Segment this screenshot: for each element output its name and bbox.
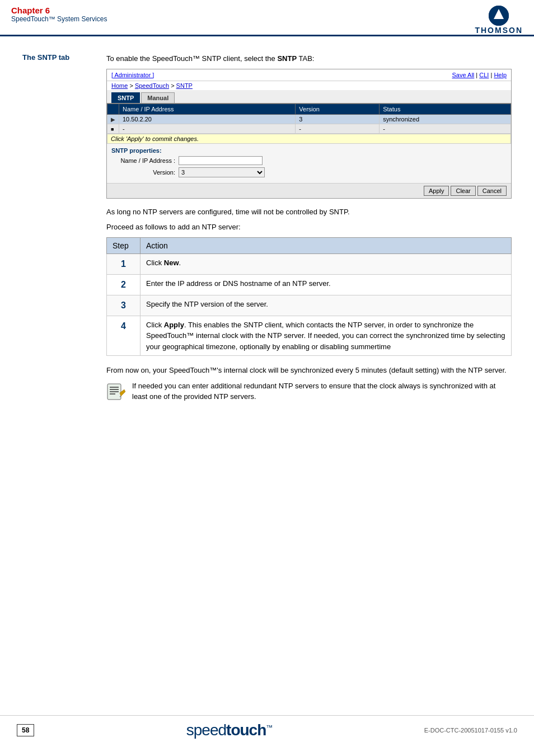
click-note: Click 'Apply' to commit changes. bbox=[107, 134, 511, 144]
header-right: THOMSON bbox=[475, 6, 523, 35]
sntp-table: Name / IP Address Version Status ▶ 10.50… bbox=[107, 104, 511, 134]
table-row: ■ - - - bbox=[107, 124, 511, 133]
save-all-link[interactable]: Save All bbox=[452, 72, 475, 78]
brand-name: THOMSON bbox=[475, 26, 523, 35]
admin-link[interactable]: [ Administrator ] bbox=[111, 72, 154, 78]
sntp-section-label: The SNTP tab bbox=[22, 53, 69, 62]
clear-button[interactable]: Clear bbox=[451, 186, 475, 196]
ui-tabs: SNTP Manual bbox=[107, 90, 511, 104]
steps-col-action: Action bbox=[140, 237, 512, 253]
chapter-subtitle: SpeedTouch™ System Services bbox=[11, 15, 107, 23]
chapter-title: Chapter 6 bbox=[11, 6, 107, 15]
properties-section: SNTP properties: Name / IP Address : Ver… bbox=[107, 144, 511, 183]
header-left: Chapter 6 SpeedTouch™ System Services bbox=[11, 6, 107, 23]
admin-link-area: [ Administrator ] bbox=[111, 72, 154, 78]
row-version: - bbox=[296, 124, 380, 133]
section-description: To enable the SpeedTouch™ SNTP client, s… bbox=[106, 53, 512, 64]
logo-speed: speed bbox=[186, 721, 226, 739]
step-action: Click Apply. This enables the SNTP clien… bbox=[140, 316, 512, 356]
tab-sntp[interactable]: SNTP bbox=[111, 92, 140, 103]
col-select bbox=[107, 104, 119, 114]
action-links: Save All | CLI | Help bbox=[452, 72, 507, 78]
breadcrumb-home[interactable]: Home bbox=[111, 82, 128, 89]
ui-buttons: Apply Clear Cancel bbox=[107, 183, 511, 198]
table-row: 2 Enter the IP address or DNS hostname o… bbox=[107, 274, 512, 295]
row-arrow: ▶ bbox=[107, 114, 119, 124]
step-num: 2 bbox=[107, 274, 140, 295]
col-name: Name / IP Address bbox=[119, 104, 296, 114]
col-version: Version bbox=[296, 104, 380, 114]
prop-name-label: Name / IP Address : bbox=[111, 157, 179, 164]
pencil-icon bbox=[106, 382, 127, 402]
table-row: 4 Click Apply. This enables the SNTP cli… bbox=[107, 316, 512, 356]
breadcrumb-sntp[interactable]: SNTP bbox=[176, 82, 193, 89]
desc-text: To enable the SpeedTouch™ SNTP client, s… bbox=[106, 54, 277, 63]
header: Chapter 6 SpeedTouch™ System Services TH… bbox=[0, 0, 534, 36]
note-box: If needed you can enter additional redun… bbox=[106, 381, 512, 402]
thomson-icon bbox=[489, 6, 509, 26]
tab-manual[interactable]: Manual bbox=[141, 92, 175, 103]
sntp-section: The SNTP tab To enable the SpeedTouch™ S… bbox=[22, 53, 512, 411]
step-num: 3 bbox=[107, 295, 140, 316]
help-link[interactable]: Help bbox=[494, 72, 507, 78]
desc-bold: SNTP bbox=[277, 54, 297, 63]
desc-end: TAB: bbox=[297, 54, 314, 63]
thomson-logo: THOMSON bbox=[475, 6, 523, 35]
ui-screenshot-box: [ Administrator ] Save All | CLI | Help … bbox=[106, 69, 512, 199]
steps-table: Step Action 1 Click New. 2 Enter the IP … bbox=[106, 237, 512, 356]
cancel-button[interactable]: Cancel bbox=[477, 186, 507, 196]
row-version: 3 bbox=[296, 114, 380, 124]
step-num: 4 bbox=[107, 316, 140, 356]
main-content: The SNTP tab To enable the SpeedTouch™ S… bbox=[0, 36, 534, 436]
body-para3: From now on, your SpeedTouch™'s internal… bbox=[106, 365, 512, 376]
prop-name-row: Name / IP Address : bbox=[111, 156, 507, 165]
step-action: Specify the NTP version of the server. bbox=[140, 295, 512, 316]
breadcrumb: Home > SpeedTouch > SNTP bbox=[107, 81, 511, 90]
row-name: 10.50.2.20 bbox=[119, 114, 296, 124]
section-content-col: To enable the SpeedTouch™ SNTP client, s… bbox=[106, 53, 512, 411]
body-para2: Proceed as follows to add an NTP server: bbox=[106, 222, 512, 233]
logo-touch: touch bbox=[226, 721, 266, 739]
prop-version-label: Version: bbox=[111, 169, 179, 176]
prop-version-select[interactable]: 3 1 2 4 bbox=[179, 167, 265, 177]
body-para1: As long no NTP servers are configured, t… bbox=[106, 206, 512, 218]
cli-link[interactable]: CLI bbox=[479, 72, 489, 78]
step-action: Click New. bbox=[140, 253, 512, 274]
apply-button[interactable]: Apply bbox=[424, 186, 449, 196]
properties-title: SNTP properties: bbox=[111, 147, 507, 154]
footer: 58 speedtouch™ E-DOC-CTC-20051017-0155 v… bbox=[0, 715, 534, 745]
prop-name-input[interactable] bbox=[179, 156, 263, 165]
table-row: 3 Specify the NTP version of the server. bbox=[107, 295, 512, 316]
note-icon bbox=[106, 382, 127, 402]
col-status: Status bbox=[380, 104, 511, 114]
breadcrumb-speedtouch[interactable]: SpeedTouch bbox=[135, 82, 169, 89]
step-num: 1 bbox=[107, 253, 140, 274]
note-text: If needed you can enter additional redun… bbox=[132, 381, 512, 402]
speedtouch-logo: speedtouch™ bbox=[186, 721, 273, 739]
prop-version-row: Version: 3 1 2 4 bbox=[111, 167, 507, 177]
steps-col-step: Step bbox=[107, 237, 140, 253]
step-action: Enter the IP address or DNS hostname of … bbox=[140, 274, 512, 295]
ui-topbar: [ Administrator ] Save All | CLI | Help bbox=[107, 69, 511, 81]
row-name: - bbox=[119, 124, 296, 133]
doc-reference: E-DOC-CTC-20051017-0155 v1.0 bbox=[424, 727, 517, 734]
row-arrow: ■ bbox=[107, 124, 119, 133]
table-row: ▶ 10.50.2.20 3 synchronized bbox=[107, 114, 511, 124]
row-status: synchronized bbox=[380, 114, 511, 124]
section-label-col: The SNTP tab bbox=[22, 53, 90, 411]
logo-tm: ™ bbox=[266, 724, 272, 731]
page-number: 58 bbox=[17, 724, 34, 736]
row-status: - bbox=[380, 124, 511, 133]
table-row: 1 Click New. bbox=[107, 253, 512, 274]
